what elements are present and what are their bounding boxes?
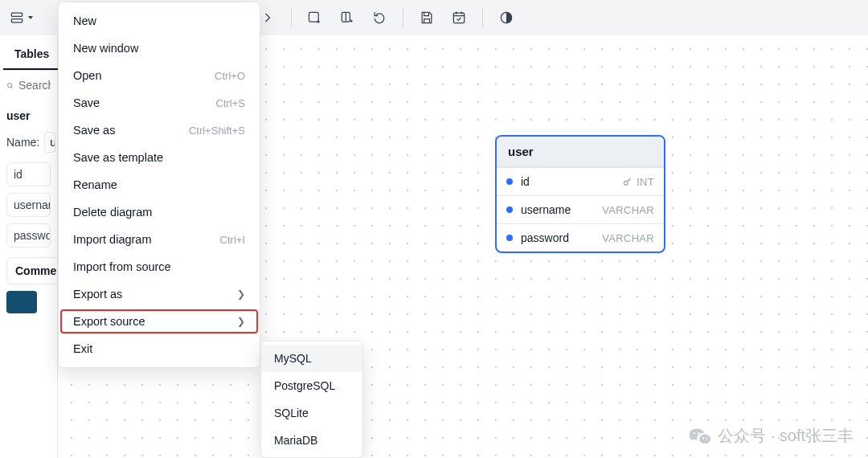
toolbar-separator bbox=[403, 8, 403, 27]
svg-rect-2 bbox=[309, 12, 319, 22]
add-panel-button[interactable] bbox=[301, 5, 329, 31]
add-column-button[interactable] bbox=[334, 5, 361, 31]
menu-item-export-as[interactable]: Export as❯ bbox=[59, 280, 260, 308]
svg-rect-0 bbox=[11, 13, 22, 16]
search-row bbox=[0, 71, 57, 100]
key-icon bbox=[622, 176, 633, 187]
search-input[interactable] bbox=[18, 79, 51, 92]
svg-rect-4 bbox=[453, 13, 464, 23]
menu-item-import-diagram[interactable]: Import diagramCtrl+I bbox=[59, 226, 260, 253]
submenu-item-sqlite[interactable]: SQLite bbox=[261, 399, 362, 427]
column-name: password bbox=[521, 231, 602, 244]
table-card-header: user bbox=[497, 137, 664, 167]
table-column[interactable]: id INT bbox=[497, 167, 664, 195]
comments-button[interactable]: Comments bbox=[6, 257, 58, 284]
column-type: INT bbox=[637, 176, 654, 188]
submenu-item-postgresql[interactable]: PostgreSQL bbox=[261, 372, 362, 399]
export-source-submenu: MySQL PostgreSQL SQLite MariaDB bbox=[260, 341, 363, 458]
menu-item-exit[interactable]: Exit bbox=[59, 335, 260, 362]
field-list: id username password bbox=[0, 162, 57, 247]
column-name: username bbox=[521, 203, 602, 216]
submenu-item-mysql[interactable]: MySQL bbox=[261, 345, 362, 372]
submenu-item-mariadb[interactable]: MariaDB bbox=[261, 427, 362, 454]
field-item[interactable]: id bbox=[6, 162, 51, 186]
menu-item-import-source[interactable]: Import from source bbox=[59, 253, 260, 280]
menu-item-open[interactable]: OpenCtrl+O bbox=[59, 62, 260, 89]
table-title: user bbox=[6, 104, 51, 127]
search-icon bbox=[6, 80, 14, 92]
menu-item-rename[interactable]: Rename bbox=[59, 171, 260, 198]
toolbar-separator bbox=[291, 8, 292, 27]
theme-toggle-button[interactable] bbox=[493, 5, 520, 31]
field-item[interactable]: username bbox=[6, 193, 51, 217]
svg-point-7 bbox=[624, 181, 628, 185]
field-item[interactable]: password bbox=[6, 223, 51, 247]
wechat-icon bbox=[689, 427, 711, 446]
sidebar: Tables user Name: user id username passw… bbox=[0, 35, 58, 458]
table-column[interactable]: password VARCHAR bbox=[497, 223, 664, 251]
column-name: id bbox=[521, 175, 622, 188]
watermark: 公众号 · soft张三丰 bbox=[689, 425, 854, 447]
column-type: VARCHAR bbox=[602, 204, 654, 216]
column-type: VARCHAR bbox=[602, 232, 654, 244]
svg-point-6 bbox=[8, 83, 12, 87]
toolbar-separator bbox=[482, 8, 483, 27]
layout-menu-button[interactable] bbox=[8, 5, 35, 31]
chevron-right-icon: ❯ bbox=[237, 288, 245, 300]
column-dot-icon bbox=[506, 207, 513, 213]
table-column[interactable]: username VARCHAR bbox=[497, 195, 664, 223]
column-dot-icon bbox=[506, 178, 513, 185]
watermark-text: 公众号 · soft张三丰 bbox=[718, 425, 854, 447]
color-swatch[interactable] bbox=[6, 291, 37, 313]
calendar-check-button[interactable] bbox=[445, 5, 473, 31]
column-dot-icon bbox=[506, 235, 513, 241]
tab-tables[interactable]: Tables bbox=[3, 41, 60, 70]
sidebar-tabs: Tables bbox=[0, 35, 57, 71]
chevron-right-icon: ❯ bbox=[237, 316, 245, 327]
name-label: Name: bbox=[6, 136, 39, 149]
svg-rect-1 bbox=[11, 19, 22, 22]
menu-item-new[interactable]: New bbox=[59, 7, 260, 35]
menu-item-delete-diagram[interactable]: Delete diagram bbox=[59, 198, 260, 226]
table-card-user[interactable]: user id INT username VARCHAR password VA… bbox=[495, 135, 665, 253]
file-menu: New New window OpenCtrl+O SaveCtrl+S Sav… bbox=[58, 2, 260, 368]
menu-item-new-window[interactable]: New window bbox=[59, 35, 260, 62]
menu-item-save-as[interactable]: Save asCtrl+Shift+S bbox=[59, 117, 260, 144]
menu-item-save[interactable]: SaveCtrl+S bbox=[59, 89, 260, 117]
rotate-button[interactable] bbox=[366, 5, 393, 31]
name-input[interactable]: user bbox=[44, 132, 55, 153]
save-button[interactable] bbox=[413, 5, 440, 31]
menu-item-save-template[interactable]: Save as template bbox=[59, 144, 260, 171]
menu-item-export-source[interactable]: Export source❯ bbox=[59, 308, 260, 335]
